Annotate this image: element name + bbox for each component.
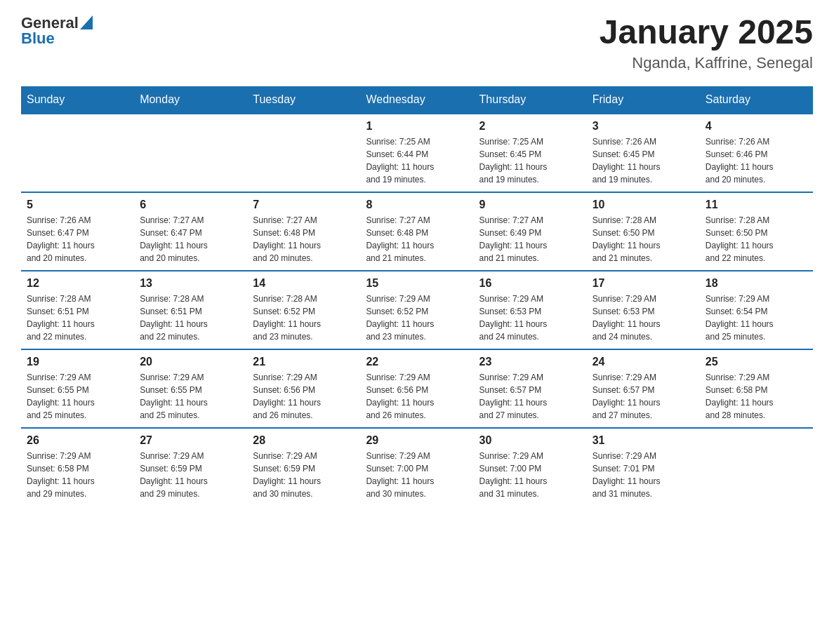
- day-number: 30: [479, 434, 581, 447]
- calendar-cell: 10Sunrise: 7:28 AM Sunset: 6:50 PM Dayli…: [587, 192, 700, 271]
- weekday-header-friday: Friday: [587, 86, 700, 114]
- calendar-cell: 27Sunrise: 7:29 AM Sunset: 6:59 PM Dayli…: [134, 428, 247, 506]
- day-number: 23: [479, 356, 581, 368]
- calendar-cell: 7Sunrise: 7:27 AM Sunset: 6:48 PM Daylig…: [247, 192, 360, 271]
- day-info: Sunrise: 7:29 AM Sunset: 6:59 PM Dayligh…: [253, 450, 355, 500]
- day-info: Sunrise: 7:27 AM Sunset: 6:47 PM Dayligh…: [140, 214, 241, 264]
- day-number: 17: [593, 277, 694, 290]
- day-info: Sunrise: 7:28 AM Sunset: 6:50 PM Dayligh…: [706, 214, 807, 264]
- day-info: Sunrise: 7:27 AM Sunset: 6:48 PM Dayligh…: [253, 214, 355, 264]
- weekday-header-monday: Monday: [134, 86, 247, 114]
- day-number: 4: [706, 120, 807, 133]
- calendar-cell: 30Sunrise: 7:29 AM Sunset: 7:00 PM Dayli…: [474, 428, 587, 506]
- calendar-cell: 18Sunrise: 7:29 AM Sunset: 6:54 PM Dayli…: [700, 271, 813, 349]
- day-info: Sunrise: 7:28 AM Sunset: 6:51 PM Dayligh…: [140, 293, 241, 343]
- calendar-cell: [700, 428, 813, 506]
- day-info: Sunrise: 7:29 AM Sunset: 6:59 PM Dayligh…: [140, 450, 241, 500]
- calendar-cell: 14Sunrise: 7:28 AM Sunset: 6:52 PM Dayli…: [247, 271, 360, 349]
- week-row-4: 19Sunrise: 7:29 AM Sunset: 6:55 PM Dayli…: [21, 349, 813, 428]
- day-info: Sunrise: 7:29 AM Sunset: 6:55 PM Dayligh…: [27, 371, 128, 422]
- day-number: 15: [366, 277, 468, 290]
- day-info: Sunrise: 7:29 AM Sunset: 6:56 PM Dayligh…: [366, 371, 468, 422]
- svg-marker-0: [80, 15, 93, 29]
- day-info: Sunrise: 7:29 AM Sunset: 7:00 PM Dayligh…: [366, 450, 468, 500]
- logo-triangle-icon: [80, 15, 93, 29]
- page-header: General Blue January 2025 Nganda, Kaffri…: [21, 14, 813, 72]
- calendar-cell: 12Sunrise: 7:28 AM Sunset: 6:51 PM Dayli…: [21, 271, 134, 349]
- day-number: 26: [27, 434, 128, 447]
- calendar-cell: 3Sunrise: 7:26 AM Sunset: 6:45 PM Daylig…: [587, 114, 700, 192]
- weekday-header-tuesday: Tuesday: [247, 86, 360, 114]
- calendar-title: January 2025: [600, 14, 813, 51]
- calendar-cell: [21, 114, 134, 192]
- calendar-cell: 23Sunrise: 7:29 AM Sunset: 6:57 PM Dayli…: [474, 349, 587, 428]
- day-number: 27: [140, 434, 241, 447]
- day-info: Sunrise: 7:29 AM Sunset: 6:53 PM Dayligh…: [479, 293, 581, 343]
- calendar-cell: 8Sunrise: 7:27 AM Sunset: 6:48 PM Daylig…: [360, 192, 473, 271]
- calendar-cell: 20Sunrise: 7:29 AM Sunset: 6:55 PM Dayli…: [134, 349, 247, 428]
- day-number: 2: [479, 120, 581, 133]
- day-info: Sunrise: 7:29 AM Sunset: 6:57 PM Dayligh…: [479, 371, 581, 422]
- day-info: Sunrise: 7:25 AM Sunset: 6:44 PM Dayligh…: [366, 135, 468, 186]
- day-info: Sunrise: 7:29 AM Sunset: 6:58 PM Dayligh…: [706, 371, 807, 422]
- week-row-3: 12Sunrise: 7:28 AM Sunset: 6:51 PM Dayli…: [21, 271, 813, 349]
- day-number: 1: [366, 120, 468, 133]
- day-info: Sunrise: 7:29 AM Sunset: 6:56 PM Dayligh…: [253, 371, 355, 422]
- day-number: 5: [27, 199, 128, 211]
- day-number: 20: [140, 356, 241, 368]
- logo-blue: Blue: [21, 29, 55, 48]
- calendar-cell: 5Sunrise: 7:26 AM Sunset: 6:47 PM Daylig…: [21, 192, 134, 271]
- calendar-cell: 25Sunrise: 7:29 AM Sunset: 6:58 PM Dayli…: [700, 349, 813, 428]
- calendar-cell: [134, 114, 247, 192]
- day-number: 28: [253, 434, 355, 447]
- day-info: Sunrise: 7:26 AM Sunset: 6:45 PM Dayligh…: [593, 135, 694, 186]
- calendar-cell: 15Sunrise: 7:29 AM Sunset: 6:52 PM Dayli…: [360, 271, 473, 349]
- day-info: Sunrise: 7:29 AM Sunset: 6:53 PM Dayligh…: [593, 293, 694, 343]
- day-number: 3: [593, 120, 694, 133]
- calendar-cell: 22Sunrise: 7:29 AM Sunset: 6:56 PM Dayli…: [360, 349, 473, 428]
- week-row-5: 26Sunrise: 7:29 AM Sunset: 6:58 PM Dayli…: [21, 428, 813, 506]
- day-number: 18: [706, 277, 807, 290]
- calendar-cell: 21Sunrise: 7:29 AM Sunset: 6:56 PM Dayli…: [247, 349, 360, 428]
- day-number: 13: [140, 277, 241, 290]
- day-info: Sunrise: 7:29 AM Sunset: 6:54 PM Dayligh…: [706, 293, 807, 343]
- calendar-cell: 31Sunrise: 7:29 AM Sunset: 7:01 PM Dayli…: [587, 428, 700, 506]
- day-number: 19: [27, 356, 128, 368]
- title-block: January 2025 Nganda, Kaffrine, Senegal: [600, 14, 813, 72]
- day-number: 9: [479, 199, 581, 211]
- day-number: 11: [706, 199, 807, 211]
- calendar-cell: 19Sunrise: 7:29 AM Sunset: 6:55 PM Dayli…: [21, 349, 134, 428]
- day-info: Sunrise: 7:26 AM Sunset: 6:46 PM Dayligh…: [706, 135, 807, 186]
- calendar-cell: 13Sunrise: 7:28 AM Sunset: 6:51 PM Dayli…: [134, 271, 247, 349]
- weekday-header-thursday: Thursday: [474, 86, 587, 114]
- calendar-cell: 2Sunrise: 7:25 AM Sunset: 6:45 PM Daylig…: [474, 114, 587, 192]
- weekday-header-sunday: Sunday: [21, 86, 134, 114]
- day-number: 31: [593, 434, 694, 447]
- day-info: Sunrise: 7:26 AM Sunset: 6:47 PM Dayligh…: [27, 214, 128, 264]
- day-info: Sunrise: 7:29 AM Sunset: 6:58 PM Dayligh…: [27, 450, 128, 500]
- weekday-header-row: SundayMondayTuesdayWednesdayThursdayFrid…: [21, 86, 813, 114]
- calendar-cell: 24Sunrise: 7:29 AM Sunset: 6:57 PM Dayli…: [587, 349, 700, 428]
- calendar-table: SundayMondayTuesdayWednesdayThursdayFrid…: [21, 86, 813, 506]
- day-number: 6: [140, 199, 241, 211]
- calendar-cell: 29Sunrise: 7:29 AM Sunset: 7:00 PM Dayli…: [360, 428, 473, 506]
- day-number: 24: [593, 356, 694, 368]
- calendar-subtitle: Nganda, Kaffrine, Senegal: [600, 54, 813, 72]
- calendar-cell: 11Sunrise: 7:28 AM Sunset: 6:50 PM Dayli…: [700, 192, 813, 271]
- week-row-1: 1Sunrise: 7:25 AM Sunset: 6:44 PM Daylig…: [21, 114, 813, 192]
- day-number: 7: [253, 199, 355, 211]
- day-number: 29: [366, 434, 468, 447]
- day-info: Sunrise: 7:29 AM Sunset: 6:55 PM Dayligh…: [140, 371, 241, 422]
- day-number: 16: [479, 277, 581, 290]
- calendar-cell: 26Sunrise: 7:29 AM Sunset: 6:58 PM Dayli…: [21, 428, 134, 506]
- day-number: 14: [253, 277, 355, 290]
- calendar-cell: 6Sunrise: 7:27 AM Sunset: 6:47 PM Daylig…: [134, 192, 247, 271]
- day-number: 8: [366, 199, 468, 211]
- day-info: Sunrise: 7:25 AM Sunset: 6:45 PM Dayligh…: [479, 135, 581, 186]
- weekday-header-wednesday: Wednesday: [360, 86, 473, 114]
- day-info: Sunrise: 7:28 AM Sunset: 6:51 PM Dayligh…: [27, 293, 128, 343]
- day-info: Sunrise: 7:28 AM Sunset: 6:50 PM Dayligh…: [593, 214, 694, 264]
- day-info: Sunrise: 7:29 AM Sunset: 6:57 PM Dayligh…: [593, 371, 694, 422]
- day-number: 22: [366, 356, 468, 368]
- day-info: Sunrise: 7:29 AM Sunset: 6:52 PM Dayligh…: [366, 293, 468, 343]
